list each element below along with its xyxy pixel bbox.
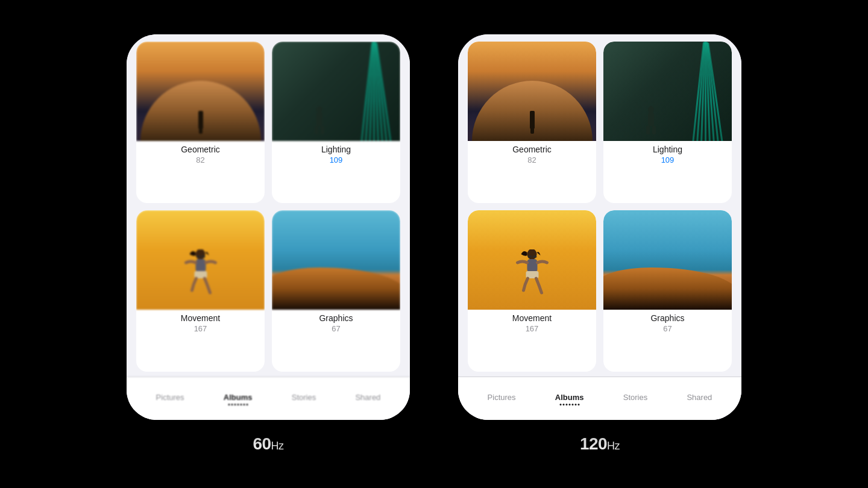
- album-count: 82: [196, 155, 204, 169]
- album-name: Movement: [176, 310, 225, 324]
- album-movement-60hz[interactable]: Movement 167: [136, 210, 265, 372]
- tab-pictures[interactable]: Pictures: [488, 393, 516, 404]
- tab-shared[interactable]: Shared: [687, 393, 712, 404]
- album-count: 167: [526, 324, 539, 338]
- svg-rect-3: [321, 126, 324, 134]
- svg-point-9: [648, 106, 654, 113]
- svg-rect-11: [646, 126, 650, 134]
- svg-point-4: [195, 249, 205, 260]
- album-movement-120hz[interactable]: Movement 167: [468, 210, 596, 372]
- phone-60hz-wrapper: Geometric 82: [127, 34, 410, 454]
- album-name: Lighting: [316, 141, 356, 155]
- album-graphics-60hz[interactable]: Graphics 67: [272, 210, 400, 372]
- svg-rect-17: [532, 255, 536, 258]
- album-name: Graphics: [314, 310, 357, 324]
- tab-pictures[interactable]: Pictures: [156, 393, 184, 404]
- album-graphics-120hz[interactable]: Graphics 67: [603, 210, 732, 372]
- album-name: Graphics: [646, 310, 689, 324]
- svg-rect-14: [527, 259, 537, 272]
- tab-stories[interactable]: Stories: [292, 393, 316, 404]
- tab-shared[interactable]: Shared: [355, 393, 380, 404]
- album-lighting-120hz[interactable]: Lighting 109: [603, 42, 732, 203]
- tab-bar-60hz: Pictures Albums: [127, 377, 410, 420]
- svg-rect-7: [196, 255, 200, 258]
- album-count: 167: [194, 324, 207, 338]
- tab-albums[interactable]: Albums: [224, 393, 253, 404]
- album-count: 67: [332, 324, 340, 338]
- album-count: 109: [661, 155, 675, 169]
- tab-stories[interactable]: Stories: [623, 393, 647, 404]
- svg-point-13: [527, 249, 536, 260]
- albums-grid-120hz: Geometric 82: [458, 34, 741, 377]
- album-count: 82: [527, 155, 536, 169]
- album-name: Geometric: [508, 141, 556, 155]
- album-count: 67: [663, 324, 671, 338]
- album-name: Lighting: [648, 141, 687, 155]
- svg-point-0: [316, 106, 322, 113]
- album-geometric-120hz[interactable]: Geometric 82: [468, 42, 596, 203]
- album-name: Movement: [508, 310, 556, 324]
- tab-bar-120hz: Pictures Albums: [458, 377, 741, 420]
- svg-rect-16: [527, 255, 532, 258]
- svg-rect-5: [195, 259, 206, 272]
- phone-120hz: Geometric 82: [458, 34, 741, 420]
- svg-rect-2: [315, 126, 318, 134]
- freq-label-60hz: 60Hz: [253, 434, 283, 454]
- freq-label-120hz: 120Hz: [580, 434, 620, 454]
- tab-albums[interactable]: Albums: [555, 393, 584, 404]
- albums-grid-60hz: Geometric 82: [127, 34, 410, 377]
- svg-rect-10: [648, 113, 654, 126]
- svg-rect-1: [316, 113, 322, 126]
- album-geometric-60hz[interactable]: Geometric 82: [136, 42, 265, 203]
- svg-rect-8: [201, 255, 205, 258]
- svg-rect-12: [652, 126, 656, 134]
- scene: Geometric 82: [0, 0, 868, 488]
- album-name: Geometric: [176, 141, 225, 155]
- phone-120hz-wrapper: Geometric 82: [458, 34, 741, 454]
- album-count: 109: [330, 155, 343, 169]
- phone-60hz: Geometric 82: [127, 34, 410, 420]
- album-lighting-60hz[interactable]: Lighting 109: [272, 42, 400, 203]
